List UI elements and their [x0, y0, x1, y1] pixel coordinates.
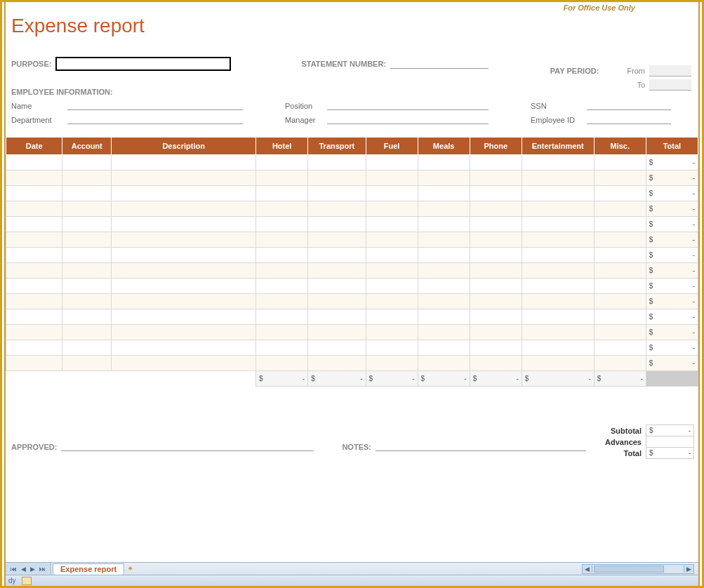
table-cell[interactable] — [112, 294, 256, 309]
table-cell[interactable] — [594, 155, 646, 171]
table-cell[interactable] — [366, 263, 418, 279]
table-cell[interactable] — [256, 232, 308, 248]
position-input[interactable] — [327, 100, 489, 110]
table-cell[interactable] — [470, 155, 522, 171]
employee-id-input[interactable] — [587, 114, 671, 124]
table-cell[interactable] — [62, 309, 112, 325]
table-cell[interactable] — [594, 232, 646, 248]
statement-number-input[interactable] — [390, 59, 489, 69]
table-cell[interactable] — [470, 217, 522, 232]
table-cell[interactable] — [366, 356, 418, 371]
table-cell[interactable] — [6, 294, 62, 309]
table-cell[interactable] — [470, 340, 522, 356]
table-cell[interactable] — [62, 217, 112, 232]
table-cell[interactable] — [112, 263, 256, 279]
table-cell[interactable] — [522, 217, 594, 232]
table-cell[interactable] — [308, 155, 366, 171]
table-cell[interactable] — [366, 294, 418, 309]
ssn-input[interactable] — [587, 100, 671, 110]
table-cell[interactable] — [112, 217, 256, 232]
table-cell[interactable] — [112, 232, 256, 248]
table-cell[interactable] — [62, 294, 112, 309]
table-cell[interactable] — [308, 263, 366, 279]
to-date-input[interactable] — [649, 79, 691, 91]
table-cell[interactable] — [308, 217, 366, 232]
table-cell[interactable] — [522, 279, 594, 294]
table-cell[interactable] — [6, 171, 62, 186]
table-cell[interactable] — [366, 201, 418, 217]
table-cell[interactable] — [62, 186, 112, 201]
table-cell[interactable] — [594, 248, 646, 263]
table-cell[interactable] — [366, 217, 418, 232]
table-cell[interactable] — [594, 325, 646, 340]
table-cell[interactable] — [62, 279, 112, 294]
table-cell[interactable] — [256, 279, 308, 294]
table-cell[interactable] — [522, 294, 594, 309]
table-cell[interactable] — [418, 201, 470, 217]
table-cell[interactable] — [470, 263, 522, 279]
table-cell[interactable] — [470, 294, 522, 309]
table-cell[interactable] — [308, 325, 366, 340]
table-cell[interactable] — [418, 340, 470, 356]
table-cell[interactable] — [6, 155, 62, 171]
table-cell[interactable] — [470, 232, 522, 248]
table-cell[interactable] — [366, 279, 418, 294]
table-cell[interactable] — [418, 356, 470, 371]
table-cell[interactable] — [62, 232, 112, 248]
table-cell[interactable] — [62, 248, 112, 263]
table-cell[interactable] — [366, 186, 418, 201]
table-cell[interactable] — [6, 309, 62, 325]
table-cell[interactable] — [256, 340, 308, 356]
scroll-left-icon[interactable]: ◀ — [583, 566, 592, 573]
table-cell[interactable] — [62, 263, 112, 279]
table-cell[interactable] — [418, 248, 470, 263]
table-cell[interactable] — [366, 325, 418, 340]
table-cell[interactable] — [256, 155, 308, 171]
table-cell[interactable] — [594, 201, 646, 217]
table-cell[interactable] — [308, 201, 366, 217]
table-cell[interactable] — [308, 232, 366, 248]
advances-value[interactable] — [646, 436, 694, 448]
table-cell[interactable] — [6, 201, 62, 217]
table-cell[interactable] — [112, 186, 256, 201]
table-cell[interactable] — [470, 325, 522, 340]
table-cell[interactable] — [522, 263, 594, 279]
table-cell[interactable] — [470, 201, 522, 217]
table-cell[interactable] — [6, 279, 62, 294]
table-cell[interactable] — [418, 232, 470, 248]
table-cell[interactable] — [594, 263, 646, 279]
table-cell[interactable] — [522, 201, 594, 217]
from-date-input[interactable] — [649, 65, 691, 76]
table-cell[interactable] — [470, 279, 522, 294]
table-cell[interactable] — [418, 263, 470, 279]
department-input[interactable] — [67, 114, 243, 124]
table-cell[interactable] — [112, 201, 256, 217]
table-cell[interactable] — [522, 356, 594, 371]
table-cell[interactable] — [6, 186, 62, 201]
table-cell[interactable] — [112, 340, 256, 356]
table-cell[interactable] — [112, 356, 256, 371]
table-cell[interactable] — [308, 248, 366, 263]
table-cell[interactable] — [112, 155, 256, 171]
tab-nav-prev-icon[interactable]: ◀ — [19, 566, 28, 573]
table-cell[interactable] — [522, 232, 594, 248]
horizontal-scrollbar[interactable]: ◀ ▶ — [582, 564, 694, 574]
table-cell[interactable] — [470, 309, 522, 325]
table-cell[interactable] — [470, 248, 522, 263]
table-cell[interactable] — [522, 186, 594, 201]
table-cell[interactable] — [366, 155, 418, 171]
table-cell[interactable] — [418, 171, 470, 186]
table-cell[interactable] — [308, 340, 366, 356]
table-cell[interactable] — [522, 340, 594, 356]
name-input[interactable] — [67, 100, 243, 110]
table-cell[interactable] — [308, 294, 366, 309]
table-cell[interactable] — [308, 171, 366, 186]
table-cell[interactable] — [6, 248, 62, 263]
table-cell[interactable] — [112, 325, 256, 340]
table-cell[interactable] — [6, 217, 62, 232]
table-cell[interactable] — [256, 294, 308, 309]
table-cell[interactable] — [470, 171, 522, 186]
table-cell[interactable] — [522, 248, 594, 263]
table-cell[interactable] — [256, 248, 308, 263]
scroll-thumb[interactable] — [594, 566, 664, 573]
